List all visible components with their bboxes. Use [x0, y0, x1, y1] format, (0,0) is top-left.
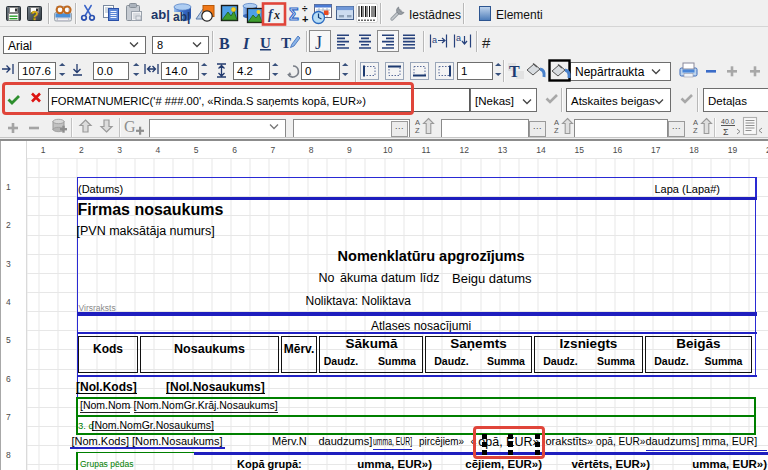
svg-text:J: J	[315, 33, 322, 53]
svg-text:ab|: ab|	[151, 7, 170, 22]
svg-text:ab|: ab|	[173, 10, 190, 24]
svg-text:#: #	[482, 34, 491, 51]
svg-text:a: a	[432, 35, 437, 45]
svg-text:B: B	[219, 35, 230, 52]
svg-text:?: ?	[31, 9, 38, 23]
svg-text:40.0: 40.0	[721, 118, 735, 125]
svg-text:Z: Z	[554, 126, 559, 135]
svg-text:U: U	[260, 35, 271, 51]
svg-text:I: I	[242, 35, 250, 52]
svg-text:T: T	[509, 63, 520, 80]
svg-text:T: T	[281, 35, 291, 51]
svg-text:Z: Z	[693, 126, 698, 135]
svg-text:Σ: Σ	[723, 127, 729, 137]
svg-text:G: G	[124, 118, 136, 135]
svg-text:a: a	[456, 33, 461, 43]
svg-text:Z: Z	[415, 126, 420, 135]
svg-text:Σ: Σ	[289, 6, 299, 23]
svg-text:x: x	[273, 8, 280, 22]
svg-text:+: +	[302, 13, 308, 25]
